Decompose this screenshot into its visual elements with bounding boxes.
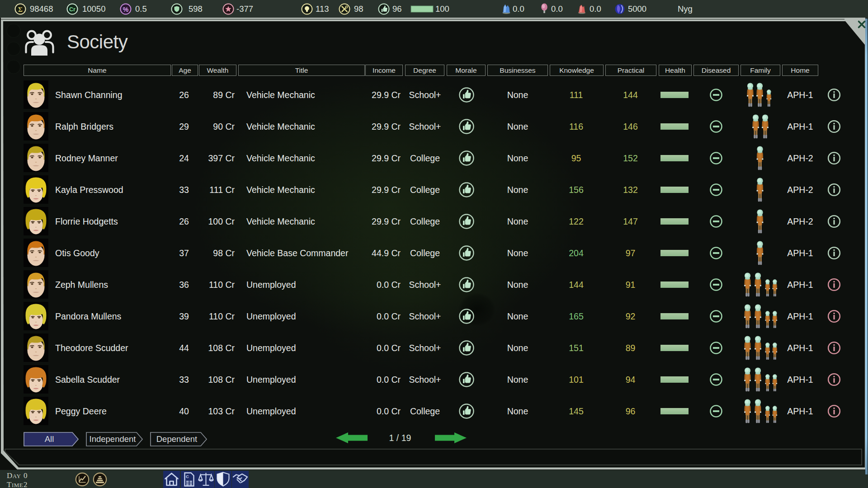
svg-text:Dependent: Dependent — [156, 434, 198, 444]
svg-text:All: All — [45, 434, 54, 444]
svg-text:%: % — [123, 6, 129, 13]
svg-text:C: C — [186, 474, 189, 479]
svg-text:Σ: Σ — [18, 6, 23, 13]
svg-text:Independent: Independent — [90, 434, 136, 444]
svg-text:Cr: Cr — [69, 6, 75, 13]
